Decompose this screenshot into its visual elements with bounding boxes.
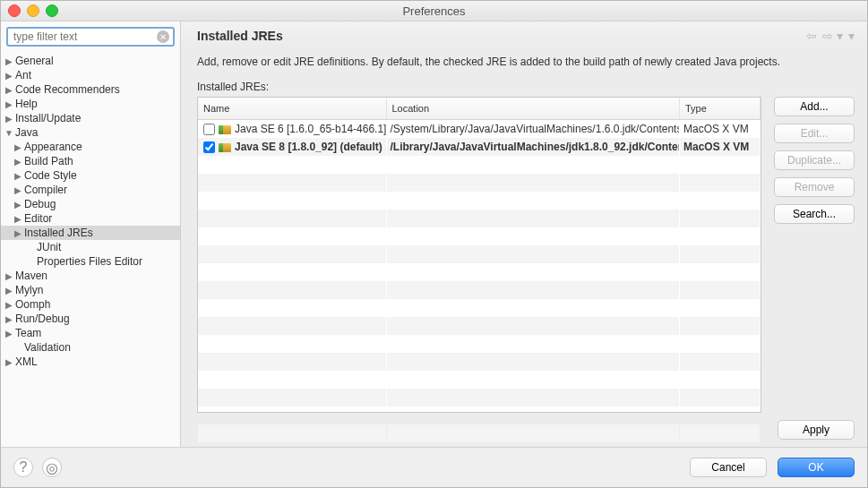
tree-item-compiler[interactable]: ▶Compiler (1, 183, 180, 197)
table-row (198, 263, 761, 281)
table-row (198, 299, 761, 317)
chevron-right-icon: ▶ (4, 329, 13, 338)
chevron-right-icon: ▶ (13, 228, 22, 238)
table-row (198, 227, 761, 245)
col-type[interactable]: Type (680, 98, 761, 120)
add-button[interactable]: Add... (774, 97, 855, 116)
chevron-right-icon: ▶ (4, 56, 13, 66)
cancel-button[interactable]: Cancel (690, 458, 767, 477)
page-title: Installed JREs (197, 29, 283, 43)
tree-item-junit[interactable]: JUnit (1, 240, 180, 254)
tree-item-rundebug[interactable]: ▶Run/Debug (1, 312, 180, 326)
footer: ? ◎ Cancel OK (1, 447, 867, 487)
tree-item-buildpath[interactable]: ▶Build Path (1, 154, 180, 168)
chevron-right-icon: ▶ (13, 200, 22, 210)
help-icon[interactable]: ? (13, 458, 33, 477)
forward-icon[interactable]: ⇨ ▾ (822, 29, 843, 43)
chevron-right-icon: ▶ (4, 271, 13, 281)
tree-item-ant[interactable]: ▶Ant (1, 68, 180, 82)
page-description: Add, remove or edit JRE definitions. By … (197, 56, 855, 68)
tree-item-debug[interactable]: ▶Debug (1, 197, 180, 211)
jre-location: /Library/Java/JavaVirtualMachines/jdk1.8… (386, 138, 680, 156)
table-row (198, 210, 761, 227)
window-title: Preferences (1, 4, 867, 18)
table-row (198, 245, 761, 263)
tree-item-coderec[interactable]: ▶Code Recommenders (1, 82, 180, 97)
chevron-right-icon: ▶ (4, 114, 13, 124)
table-label: Installed JREs: (197, 81, 855, 93)
jre-icon (219, 125, 231, 134)
table-row (198, 192, 761, 210)
tree-item-editor[interactable]: ▶Editor (1, 211, 180, 226)
duplicate-button[interactable]: Duplicate... (774, 150, 855, 170)
jre-name: Java SE 6 [1.6.0_65-b14-466.1] (235, 123, 386, 135)
table-row (198, 353, 761, 371)
table-row (198, 156, 761, 174)
titlebar: Preferences (1, 1, 867, 21)
remove-button[interactable]: Remove (774, 177, 855, 197)
tree-item-maven[interactable]: ▶Maven (1, 269, 180, 283)
sidebar: ✕ ▶General ▶Ant ▶Code Recommenders ▶Help… (1, 21, 181, 447)
table-row (198, 281, 761, 299)
search-button[interactable]: Search... (774, 204, 855, 224)
jre-type: MacOS X VM (680, 120, 761, 139)
filter-input[interactable] (6, 27, 175, 47)
jre-name: Java SE 8 [1.8.0_92] (default) (235, 141, 382, 153)
jre-type: MacOS X VM (680, 138, 761, 156)
col-name[interactable]: Name (198, 98, 386, 120)
chevron-right-icon: ▶ (13, 142, 22, 152)
table-row (198, 317, 761, 335)
tree-item-general[interactable]: ▶General (1, 54, 180, 68)
chevron-right-icon: ▶ (13, 214, 22, 224)
tree-item-appearance[interactable]: ▶Appearance (1, 140, 180, 154)
edit-button[interactable]: Edit... (774, 124, 855, 143)
ok-button[interactable]: OK (778, 458, 855, 477)
preferences-tree[interactable]: ▶General ▶Ant ▶Code Recommenders ▶Help ▶… (1, 52, 180, 447)
table-row (198, 335, 761, 353)
tree-item-propfiles[interactable]: Properties Files Editor (1, 254, 180, 269)
menu-icon[interactable]: ▾ (848, 29, 855, 43)
apply-button[interactable]: Apply (778, 420, 855, 440)
table-row (198, 389, 761, 407)
chevron-right-icon: ▶ (4, 71, 13, 81)
chevron-right-icon: ▶ (4, 300, 13, 310)
tree-item-mylyn[interactable]: ▶Mylyn (1, 283, 180, 297)
col-location[interactable]: Location (386, 98, 680, 120)
tree-item-java[interactable]: ▼Java (1, 125, 180, 140)
table-row (198, 371, 761, 389)
clear-icon[interactable]: ✕ (157, 30, 169, 43)
jre-checkbox[interactable] (203, 141, 215, 153)
tree-item-install[interactable]: ▶Install/Update (1, 111, 180, 125)
tree-item-oomph[interactable]: ▶Oomph (1, 297, 180, 312)
chevron-down-icon: ▼ (4, 128, 13, 138)
tree-item-validation[interactable]: Validation (1, 340, 180, 355)
chevron-right-icon: ▶ (13, 185, 22, 195)
tree-item-help[interactable]: ▶Help (1, 97, 180, 111)
jre-checkbox[interactable] (203, 124, 215, 135)
import-export-icon[interactable]: ◎ (42, 458, 62, 477)
jre-location: /System/Library/Java/JavaVirtualMachines… (386, 120, 680, 139)
chevron-right-icon: ▶ (4, 99, 13, 109)
main-panel: Installed JREs ⇦ ⇨ ▾ ▾ Add, remove or ed… (181, 21, 867, 447)
table-row[interactable]: Java SE 6 [1.6.0_65-b14-466.1]/System/Li… (198, 120, 761, 139)
jre-table[interactable]: Name Location Type Java SE 6 [1.6.0_65-b… (197, 97, 761, 413)
tree-item-installedjres[interactable]: ▶Installed JREs (1, 226, 180, 240)
tree-item-xml[interactable]: ▶XML (1, 355, 180, 369)
chevron-right-icon: ▶ (13, 171, 22, 181)
chevron-right-icon: ▶ (13, 157, 22, 167)
chevron-right-icon: ▶ (4, 314, 13, 324)
back-icon[interactable]: ⇦ (806, 29, 817, 43)
tree-item-team[interactable]: ▶Team (1, 326, 180, 340)
chevron-right-icon: ▶ (4, 85, 13, 95)
tree-item-codestyle[interactable]: ▶Code Style (1, 168, 180, 183)
jre-icon (219, 143, 231, 152)
chevron-right-icon: ▶ (4, 286, 13, 295)
table-row[interactable]: Java SE 8 [1.8.0_92] (default)/Library/J… (198, 138, 761, 156)
table-row (198, 174, 761, 192)
chevron-right-icon: ▶ (4, 357, 13, 367)
